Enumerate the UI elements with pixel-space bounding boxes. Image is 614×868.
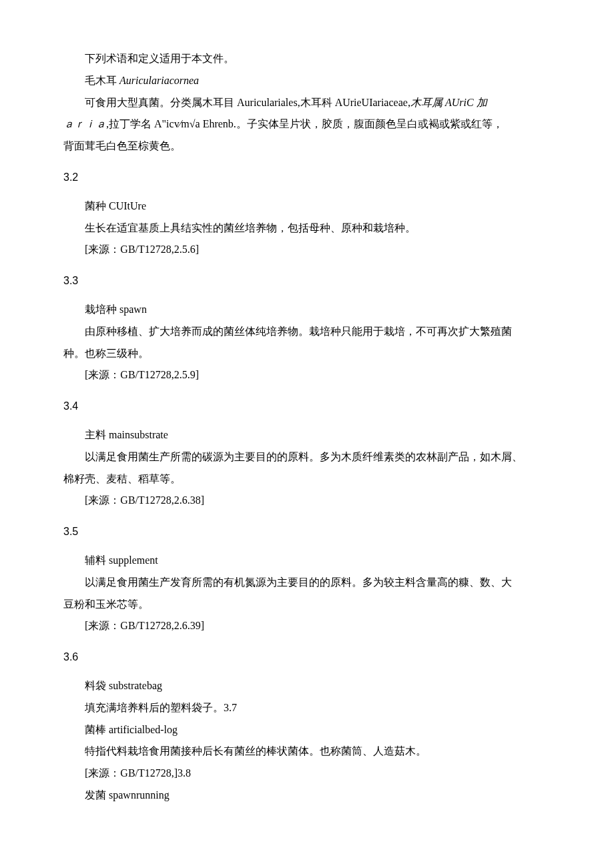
document-page: 下列术语和定义适用于本文件。 毛木耳 Auriculariacornea 可食用…: [0, 0, 614, 835]
section-number: 3.5: [63, 522, 551, 542]
term-line: 栽培种 spawn: [63, 300, 551, 320]
term-line: 料袋 substratebag: [63, 677, 551, 696]
def-line: 特指代料栽培食用菌接种后长有菌丝的棒状菌体。也称菌筒、人造菇木。: [63, 742, 551, 761]
term-cn: 毛木耳: [85, 75, 117, 86]
term-line: 毛木耳 Auriculariacornea: [63, 71, 551, 91]
def-text-a: 可食用大型真菌。分类属木耳目 Auriculariales,木耳科 AUrieU…: [85, 97, 410, 108]
def-line: 可食用大型真菌。分类属木耳目 Auriculariales,木耳科 AUrieU…: [63, 93, 551, 113]
def-line: 以满足食用菌生产所需的碳源为主要目的的原料。多为木质纤维素类的农林副产品，如木屑…: [63, 448, 551, 467]
def-line: 填充满培养料后的塑料袋子。3.7: [63, 699, 551, 718]
source-line: [来源：GB/T12728,2.5.6]: [63, 240, 551, 260]
section-number: 3.3: [63, 272, 551, 291]
def-line: 以满足食用菌生产发育所需的有机氮源为主要目的的原料。多为较主料含量高的糠、数、大: [63, 573, 551, 592]
def-line: 背面茸毛白色至棕黄色。: [63, 137, 551, 156]
def-line: 豆粉和玉米芯等。: [63, 595, 551, 614]
term-line: 菌种 CUItUre: [63, 197, 551, 216]
term-line: 主料 mainsubstrate: [63, 426, 551, 445]
def-text-b: 木耳属 AUriC 加: [410, 97, 487, 108]
def-text-c: ａｒｉａ,: [63, 118, 109, 129]
section-number: 3.2: [63, 168, 551, 187]
term-line: 菌棒 artificialbed-log: [63, 721, 551, 740]
def-line: 由原种移植、扩大培养而成的菌丝体纯培养物。栽培种只能用于栽培，不可再次扩大繁殖菌: [63, 322, 551, 342]
def-line: ａｒｉａ,拉丁学名 A"icv⁄m√a Ehrenb.。子实体呈片状，胶质，腹面…: [63, 115, 551, 134]
source-line: [来源：GB/T12728,]3.8: [63, 764, 551, 783]
def-line: 棉籽壳、麦秸、稻草等。: [63, 470, 551, 489]
source-line: [来源：GB/T12728,2.5.9]: [63, 366, 551, 385]
intro-line: 下列术语和定义适用于本文件。: [63, 49, 551, 69]
def-text-d: 拉丁学名 A"icv⁄m√a Ehrenb.。子实体呈片状，胶质，腹面颜色呈白或…: [109, 118, 503, 129]
section-number: 3.4: [63, 397, 551, 416]
source-line: [来源：GB/T12728,2.6.39]: [63, 616, 551, 636]
def-line: 种。也称三级种。: [63, 344, 551, 364]
term-latin: Auriculariacornea: [119, 75, 199, 86]
term-line: 发菌 spawnrunning: [63, 786, 551, 805]
source-line: [来源：GB/T12728,2.6.38]: [63, 491, 551, 510]
term-line: 辅料 supplement: [63, 551, 551, 570]
section-number: 3.6: [63, 648, 551, 667]
def-line: 生长在适宜基质上具结实性的菌丝培养物，包括母种、原种和栽培种。: [63, 219, 551, 238]
